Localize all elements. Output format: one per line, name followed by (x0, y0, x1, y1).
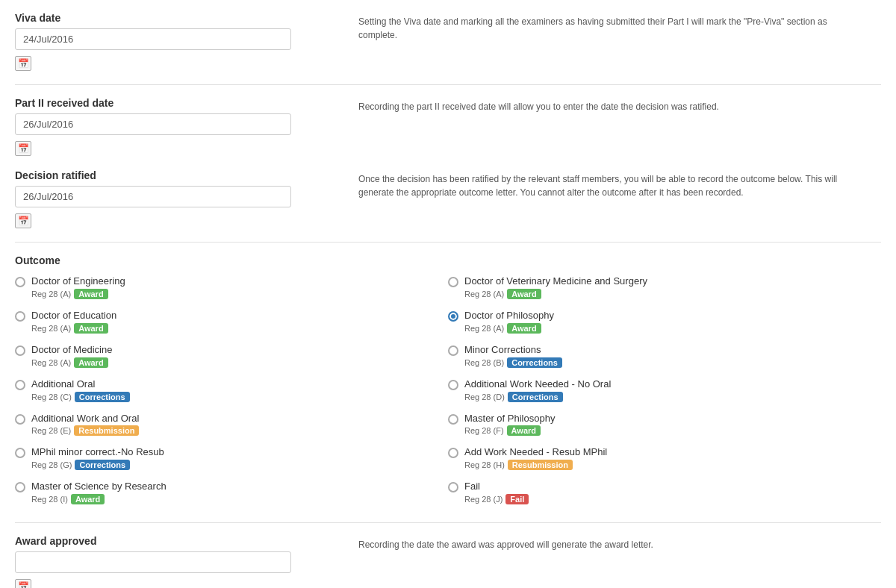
outcome-name: Add Work Needed - Resub MPhil (464, 446, 607, 459)
outcome-reg: Reg 28 (A)Award (31, 323, 116, 334)
outcome-name: Doctor of Veterinary Medicine and Surger… (464, 275, 647, 288)
outcome-grid: Doctor of EngineeringReg 28 (A)AwardDoct… (15, 275, 881, 515)
decision-ratified-date-input[interactable] (15, 186, 291, 207)
decision-ratified-section: Decision ratified 📅 Once the decision ha… (15, 169, 881, 228)
outcome-name: Additional Oral (31, 378, 130, 391)
outcome-name: Minor Corrections (464, 344, 562, 357)
outcome-radio[interactable] (15, 277, 25, 287)
outcome-radio[interactable] (448, 482, 458, 492)
viva-section: Viva date 📅 Setting the Viva date and ma… (15, 12, 881, 71)
outcome-badge: Corrections (507, 357, 562, 368)
outcome-radio[interactable] (15, 380, 25, 390)
outcome-reg: Reg 28 (A)Award (464, 289, 647, 299)
outcome-radio[interactable] (448, 448, 458, 458)
outcome-radio[interactable] (448, 277, 458, 287)
viva-calendar-icon[interactable]: 📅 (15, 56, 31, 71)
viva-date-input[interactable] (15, 28, 291, 50)
decision-ratified-label: Decision ratified (15, 169, 329, 181)
outcome-radio[interactable] (448, 311, 458, 322)
outcome-radio[interactable] (448, 345, 458, 356)
outcome-item[interactable]: Doctor of EducationReg 28 (A)Award (15, 310, 448, 334)
outcome-item[interactable]: Add Work Needed - Resub MPhilReg 28 (H)R… (448, 446, 881, 470)
outcome-radio[interactable] (448, 414, 458, 425)
outcome-badge: Resubmission (508, 460, 573, 470)
outcome-badge: Corrections (75, 392, 130, 402)
part-ii-calendar-icon[interactable]: 📅 (15, 141, 31, 156)
outcome-reg: Reg 28 (E)Resubmission (31, 425, 139, 436)
outcome-item[interactable]: Additional OralReg 28 (C)Corrections (15, 378, 448, 402)
part-ii-hint: Recording the part II received date will… (358, 100, 844, 113)
part-ii-label: Part II received date (15, 97, 329, 109)
outcome-badge: Award (74, 357, 108, 368)
viva-label: Viva date (15, 12, 329, 24)
outcome-badge: Corrections (75, 460, 130, 470)
award-approved-hint: Recording the date the award was approve… (358, 538, 844, 551)
part-ii-date-input[interactable] (15, 113, 291, 135)
divider-2 (15, 242, 881, 243)
outcome-reg: Reg 28 (A)Award (464, 323, 554, 334)
outcome-radio[interactable] (15, 482, 25, 492)
outcome-item[interactable]: Doctor of PhilosophyReg 28 (A)Award (448, 310, 881, 334)
outcome-badge: Award (507, 425, 541, 436)
decision-ratified-hint: Once the decision has been ratified by t… (358, 172, 844, 199)
outcome-name: Doctor of Medicine (31, 344, 112, 357)
outcome-badge: Award (507, 323, 541, 334)
outcome-item[interactable]: Doctor of Veterinary Medicine and Surger… (448, 275, 881, 299)
outcome-radio[interactable] (15, 448, 25, 458)
viva-hint: Setting the Viva date and marking all th… (358, 15, 844, 42)
outcome-reg: Reg 28 (J)Fail (464, 494, 529, 504)
outcome-item[interactable]: Doctor of EngineeringReg 28 (A)Award (15, 275, 448, 299)
outcome-section: Outcome Doctor of EngineeringReg 28 (A)A… (15, 254, 881, 515)
award-approved-section: Award approved 📅 Recording the date the … (15, 535, 881, 588)
outcome-item[interactable]: MPhil minor correct.-No ResubReg 28 (G)C… (15, 446, 448, 470)
outcome-badge: Award (74, 289, 108, 299)
outcome-item[interactable]: FailReg 28 (J)Fail (448, 481, 881, 504)
outcome-reg: Reg 28 (F)Award (464, 425, 555, 436)
outcome-left-col: Doctor of EngineeringReg 28 (A)AwardDoct… (15, 275, 448, 515)
outcome-radio[interactable] (15, 414, 25, 425)
outcome-reg: Reg 28 (A)Award (31, 289, 125, 299)
outcome-reg: Reg 28 (G)Corrections (31, 460, 164, 470)
outcome-name: Additional Work Needed - No Oral (464, 378, 611, 391)
outcome-radio[interactable] (448, 380, 458, 390)
divider-1 (15, 84, 881, 85)
decision-ratified-calendar-icon[interactable]: 📅 (15, 213, 31, 228)
award-approved-label: Award approved (15, 535, 329, 547)
award-approved-date-input[interactable] (15, 551, 291, 573)
outcome-reg: Reg 28 (D)Corrections (464, 392, 611, 402)
outcome-name: Master of Philosophy (464, 413, 555, 425)
outcome-name: MPhil minor correct.-No Resub (31, 446, 164, 459)
outcome-badge: Corrections (508, 392, 563, 402)
outcome-badge: Fail (505, 494, 529, 504)
outcome-reg: Reg 28 (B)Corrections (464, 357, 562, 368)
outcome-name: Master of Science by Research (31, 481, 167, 493)
outcome-item[interactable]: Doctor of MedicineReg 28 (A)Award (15, 344, 448, 368)
part-ii-section: Part II received date 📅 Recording the pa… (15, 97, 881, 156)
outcome-reg: Reg 28 (A)Award (31, 357, 112, 368)
outcome-name: Fail (464, 481, 529, 493)
outcome-name: Doctor of Engineering (31, 275, 125, 288)
outcome-badge: Resubmission (74, 425, 139, 436)
outcome-name: Doctor of Education (31, 310, 116, 322)
outcome-item[interactable]: Additional Work and OralReg 28 (E)Resubm… (15, 413, 448, 437)
outcome-badge: Award (507, 289, 541, 299)
outcome-right-col: Doctor of Veterinary Medicine and Surger… (448, 275, 881, 515)
outcome-reg: Reg 28 (H)Resubmission (464, 460, 607, 470)
outcome-radio[interactable] (15, 311, 25, 322)
outcome-badge: Award (71, 494, 105, 504)
award-approved-calendar-icon[interactable]: 📅 (15, 579, 31, 588)
outcome-reg: Reg 28 (C)Corrections (31, 392, 130, 402)
outcome-item[interactable]: Additional Work Needed - No OralReg 28 (… (448, 378, 881, 402)
outcome-radio[interactable] (15, 345, 25, 356)
outcome-name: Doctor of Philosophy (464, 310, 554, 322)
outcome-item[interactable]: Master of PhilosophyReg 28 (F)Award (448, 413, 881, 437)
outcome-badge: Award (74, 323, 108, 334)
outcome-item[interactable]: Minor CorrectionsReg 28 (B)Corrections (448, 344, 881, 368)
outcome-reg: Reg 28 (I)Award (31, 494, 167, 504)
outcome-item[interactable]: Master of Science by ResearchReg 28 (I)A… (15, 481, 448, 504)
outcome-name: Additional Work and Oral (31, 413, 139, 425)
outcome-label: Outcome (15, 254, 881, 266)
divider-3 (15, 522, 881, 523)
